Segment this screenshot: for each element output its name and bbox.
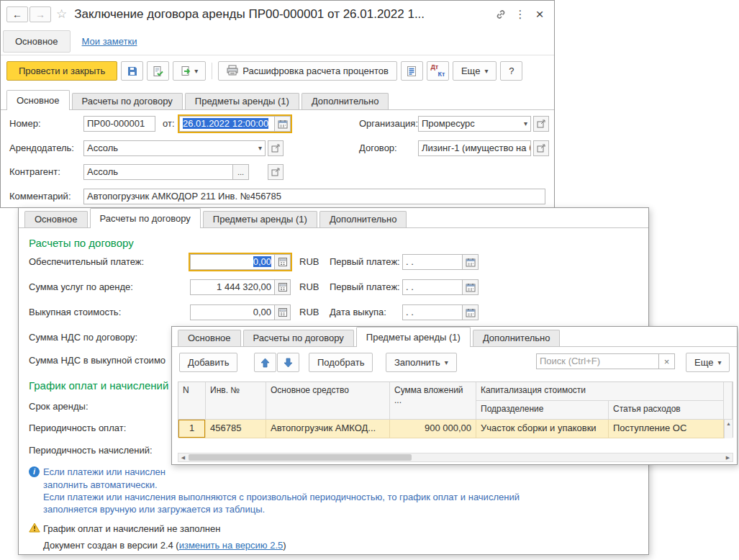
date-input[interactable]: . . — [402, 304, 463, 320]
search-box[interactable]: Поиск (Ctrl+F) × — [536, 353, 675, 369]
favorite-star-icon[interactable]: ☆ — [56, 6, 67, 22]
scrollbar-thumb[interactable] — [189, 454, 412, 461]
change-version-link[interactable]: изменить на версию 2.5 — [179, 540, 284, 551]
link-icon[interactable] — [494, 7, 508, 22]
nav-main-tab[interactable]: Основное — [3, 30, 71, 53]
tab-contract-settlements[interactable]: Расчеты по договору — [243, 330, 354, 346]
scroll-left-icon[interactable]: ◀ — [178, 453, 188, 461]
number-field[interactable]: ПР00-000001 — [83, 116, 155, 132]
post-document-button[interactable] — [147, 61, 169, 81]
security-payment-field[interactable]: 0,00 — [190, 254, 291, 270]
chevron-down-icon[interactable]: ▾ — [524, 117, 527, 131]
cell-expense-item[interactable]: Поступление ОС — [609, 420, 724, 438]
col-header-expense-item[interactable]: Статья расходов — [609, 401, 724, 420]
move-down-button[interactable] — [277, 353, 299, 372]
choose-button[interactable]: ... — [233, 164, 249, 180]
lessor-open-button[interactable] — [268, 140, 284, 156]
buyout-price-field[interactable]: 0,00 — [190, 304, 291, 320]
tab-main[interactable]: Основное — [178, 330, 241, 346]
search-clear-icon[interactable]: × — [659, 353, 675, 369]
organization-field[interactable]: Промресурс ▾ — [418, 116, 531, 132]
save-button[interactable] — [121, 61, 143, 81]
cell-asset[interactable]: Автопогрузчик АМКОД... — [266, 420, 390, 438]
tab-lease-items[interactable]: Предметы аренды (1) — [203, 211, 317, 227]
amount-input[interactable]: 0,00 — [190, 254, 275, 270]
calculator-button[interactable] — [275, 279, 291, 295]
calendar-button[interactable] — [463, 254, 479, 270]
first-payment-date-field[interactable]: . . — [402, 254, 479, 270]
items-more-button[interactable]: Еще ▾ — [686, 353, 730, 372]
forward-button[interactable]: → — [30, 6, 51, 22]
date-field[interactable]: 26.01.2022 12:00:00 — [179, 116, 291, 132]
calendar-button[interactable] — [463, 279, 479, 295]
report-button[interactable] — [401, 61, 423, 81]
counterparty-field[interactable]: Ассоль ... — [83, 164, 249, 180]
interest-calc-report-button[interactable]: Расшифровка расчета процентов — [218, 61, 397, 81]
scroll-up-icon[interactable]: ▲ — [726, 421, 731, 426]
counterparty-input[interactable]: Ассоль — [83, 164, 233, 180]
calendar-button[interactable] — [463, 304, 479, 320]
more-button[interactable]: Еще ▾ — [453, 61, 497, 81]
scroll-right-icon[interactable]: ▶ — [723, 453, 733, 461]
add-row-button[interactable]: Добавить — [179, 353, 237, 372]
col-header-inventory[interactable]: Инв. № — [206, 382, 266, 420]
menu-dots-icon[interactable]: ⋮ — [513, 7, 527, 22]
col-header-department[interactable]: Подразделение — [476, 401, 609, 420]
calculator-button[interactable] — [275, 254, 291, 270]
col-header-asset[interactable]: Основное средство — [266, 382, 390, 420]
tab-additional[interactable]: Дополнительно — [302, 93, 389, 109]
col-header-amount[interactable]: Сумма вложений ... — [390, 382, 476, 420]
number-input[interactable]: ПР00-000001 — [83, 116, 155, 132]
cell-row-number[interactable]: 1 — [178, 420, 206, 438]
tab-lease-items[interactable]: Предметы аренды (1) — [185, 93, 299, 109]
help-button[interactable]: ? — [500, 61, 522, 81]
accounting-entries-button[interactable]: Дт Кт — [427, 61, 449, 81]
tab-additional[interactable]: Дополнительно — [319, 211, 407, 227]
first-payment-date-field[interactable]: . . — [402, 279, 479, 295]
hint-line: заполнить автоматически. — [43, 479, 158, 490]
date-input[interactable]: . . — [402, 254, 463, 270]
move-up-button[interactable] — [254, 353, 276, 372]
vertical-scrollbar[interactable]: ▲ — [724, 420, 733, 438]
horizontal-scrollbar[interactable]: ◀ ▶ — [178, 453, 733, 462]
post-and-close-button[interactable]: Провести и закрыть — [6, 61, 117, 81]
tab-contract-settlements[interactable]: Расчеты по договору — [90, 208, 201, 228]
search-input[interactable]: Поиск (Ctrl+F) — [536, 353, 659, 369]
lessor-field[interactable]: Ассоль ▾ — [83, 140, 266, 156]
col-header-n[interactable]: N — [178, 382, 206, 420]
amount-input[interactable]: 1 444 320,00 — [190, 279, 275, 295]
tab-main[interactable]: Основное — [6, 90, 70, 110]
nav-notes-link[interactable]: Мои заметки — [82, 36, 137, 47]
tab-lease-items[interactable]: Предметы аренды (1) — [356, 327, 471, 347]
comment-input[interactable]: Автопогрузчик АМКОДОР 211 Инв. №456785 — [83, 189, 545, 204]
date-input[interactable]: . . — [402, 279, 463, 295]
create-based-on-button[interactable]: ▾ — [173, 61, 206, 81]
tab-contract-settlements[interactable]: Расчеты по договору — [72, 93, 183, 109]
close-icon[interactable]: × — [532, 7, 547, 22]
organization-combo[interactable]: Промресурс ▾ — [418, 116, 531, 132]
counterparty-open-button[interactable] — [268, 164, 284, 180]
cell-amount[interactable]: 900 000,00 — [390, 420, 476, 438]
back-button[interactable]: ← — [6, 6, 28, 22]
comment-field[interactable]: Автопогрузчик АМКОДОР 211 Инв. №456785 — [83, 189, 545, 204]
buyout-date-field[interactable]: . . — [402, 304, 479, 320]
calendar-button[interactable] — [275, 116, 291, 132]
contract-field[interactable]: Лизинг-1 (имущество на балансе С — [418, 140, 531, 156]
chevron-down-icon[interactable]: ▾ — [258, 141, 262, 155]
organization-open-button[interactable] — [533, 116, 549, 132]
col-header-capitalization[interactable]: Капитализация стоимости — [476, 382, 724, 401]
fill-button[interactable]: Заполнить ▾ — [386, 353, 457, 372]
contract-open-button[interactable] — [533, 140, 549, 156]
amount-input[interactable]: 0,00 — [190, 304, 275, 320]
pick-button[interactable]: Подобрать — [309, 353, 373, 372]
selected-text: 0,00 — [253, 256, 271, 267]
tab-additional[interactable]: Дополнительно — [473, 330, 561, 346]
contract-input[interactable]: Лизинг-1 (имущество на балансе С — [418, 140, 531, 156]
date-input[interactable]: 26.01.2022 12:00:00 — [179, 116, 275, 132]
lease-services-field[interactable]: 1 444 320,00 — [190, 279, 291, 295]
tab-main[interactable]: Основное — [24, 211, 88, 227]
cell-department[interactable]: Участок сборки и упаковки — [476, 420, 609, 438]
lessor-combo[interactable]: Ассоль ▾ — [83, 140, 266, 156]
calculator-button[interactable] — [275, 304, 291, 320]
cell-inventory-number[interactable]: 456785 — [206, 420, 266, 438]
